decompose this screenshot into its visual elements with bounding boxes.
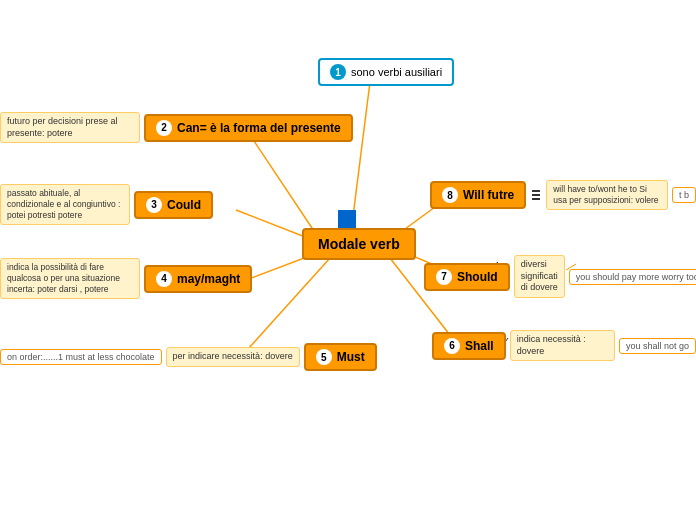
node-5-desc: per indicare necessità: dovere	[166, 347, 300, 367]
node-8-num: 8	[442, 187, 458, 203]
node-8-group: 8 Will futre will have to/wont he to Si …	[430, 180, 696, 210]
node-8-example: t b	[672, 187, 696, 203]
node-7-example: you should pay more worry too much	[569, 269, 696, 285]
node-6-num: 6	[444, 338, 460, 354]
node-6: 6 Shall	[432, 332, 506, 360]
node-6-label: Shall	[465, 339, 494, 353]
node-1: 1 sono verbi ausiliari	[318, 58, 454, 86]
node-1-label: sono verbi ausiliari	[351, 66, 442, 78]
node-2-group: futuro per decisioni prese al presente: …	[0, 112, 353, 143]
node-5: 5 Must	[304, 343, 377, 371]
center-node: Modale verb	[302, 228, 416, 260]
node-7-group: 7 Should diversi significati di dovere y…	[424, 255, 696, 298]
node-4-desc: indica la possibilità di fare qualcosa o…	[0, 258, 140, 299]
node-5-group: on order:......1 must at less chocolate …	[0, 343, 377, 371]
node-8: 8 Will futre	[430, 181, 526, 209]
center-label: Modale verb	[318, 236, 400, 252]
node-3-desc: passato abituale, al condizionale e al c…	[0, 184, 130, 225]
node-6-example: you shall not go	[619, 338, 696, 354]
node-1-num: 1	[330, 64, 346, 80]
node-2-desc: futuro per decisioni prese al presente: …	[0, 112, 140, 143]
node-8-label: Will futre	[463, 188, 514, 202]
node-3-label: Could	[167, 198, 201, 212]
node-4-group: indica la possibilità di fare qualcosa o…	[0, 258, 252, 299]
node-3-group: passato abituale, al condizionale e al c…	[0, 184, 213, 225]
node-7-desc: diversi significati di dovere	[514, 255, 565, 298]
node-2: 2 Can= è la forma del presente	[144, 114, 353, 142]
node-4-label: may/maght	[177, 272, 240, 286]
node-6-group: 6 Shall indica necessità : dovere you sh…	[432, 330, 696, 361]
node-7-num: 7	[436, 269, 452, 285]
node-7: 7 Should	[424, 263, 510, 291]
center-square-icon	[338, 210, 356, 228]
node-6-desc: indica necessità : dovere	[510, 330, 615, 361]
node-8-desc: will have to/wont he to Si usa per suppo…	[546, 180, 668, 210]
triple-lines-icon	[532, 190, 540, 200]
node-5-label: Must	[337, 350, 365, 364]
node-4: 4 may/maght	[144, 265, 252, 293]
node-2-num: 2	[156, 120, 172, 136]
node-7-label: Should	[457, 270, 498, 284]
node-2-label: Can= è la forma del presente	[177, 121, 341, 135]
node-3: 3 Could	[134, 191, 213, 219]
node-3-num: 3	[146, 197, 162, 213]
node-5-num: 5	[316, 349, 332, 365]
node-4-num: 4	[156, 271, 172, 287]
svg-line-1	[248, 132, 320, 240]
node-5-example: on order:......1 must at less chocolate	[0, 349, 162, 365]
